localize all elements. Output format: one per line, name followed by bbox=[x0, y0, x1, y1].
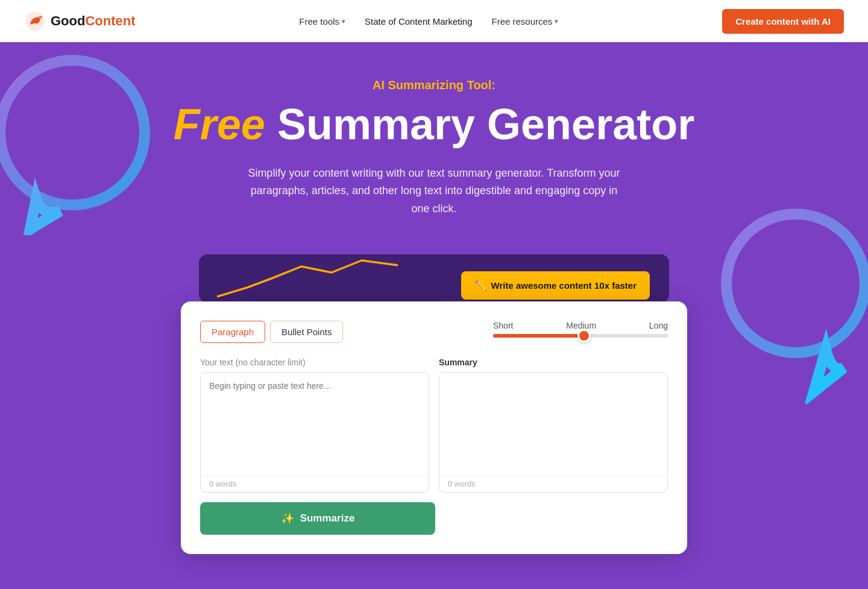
your-text-label: Your text (no character limit) bbox=[200, 357, 429, 367]
summary-word-count: 0 words bbox=[439, 475, 667, 492]
length-slider-area: Short Medium Long bbox=[493, 321, 668, 338]
summary-box: 0 words bbox=[439, 372, 668, 493]
hero-label: AI Summarizing Tool: bbox=[373, 78, 495, 92]
nav-free-resources[interactable]: Free resources ▾ bbox=[492, 16, 559, 27]
hero-title-free: Free bbox=[174, 100, 265, 148]
slider-medium-label: Medium bbox=[566, 321, 596, 330]
your-text-input[interactable] bbox=[201, 373, 429, 475]
your-text-column: Your text (no character limit) 0 words bbox=[200, 357, 429, 493]
tab-paragraph[interactable]: Paragraph bbox=[200, 321, 265, 343]
nav-state-of-content[interactable]: State of Content Marketing bbox=[365, 16, 472, 27]
hero-title: Free Summary Generator bbox=[174, 102, 694, 148]
promo-chart bbox=[211, 254, 404, 303]
tool-top-row: Paragraph Bullet Points Short Medium Lon… bbox=[200, 321, 668, 343]
sparkle-icon: ✨ bbox=[281, 512, 294, 525]
bubble-left-icon bbox=[0, 54, 163, 235]
svg-point-1 bbox=[0, 60, 145, 205]
slider-short-label: Short bbox=[493, 321, 513, 330]
hero-title-rest: Summary Generator bbox=[265, 100, 694, 148]
nav-free-tools[interactable]: Free tools ▾ bbox=[299, 16, 345, 27]
your-text-box: 0 words bbox=[200, 372, 429, 493]
slider-long-label: Long bbox=[649, 321, 668, 330]
your-text-word-count: 0 words bbox=[201, 475, 429, 492]
tab-bullet-points[interactable]: Bullet Points bbox=[270, 321, 343, 343]
format-tabs: Paragraph Bullet Points bbox=[200, 321, 343, 343]
logo-icon bbox=[24, 10, 46, 32]
hero-section: AI Summarizing Tool: Free Summary Genera… bbox=[0, 42, 868, 589]
nav-links: Free tools ▾ State of Content Marketing … bbox=[299, 16, 558, 27]
promo-cta-button[interactable]: ✏️ Write awesome content 10x faster bbox=[461, 271, 650, 300]
summary-output[interactable] bbox=[439, 373, 667, 475]
summarize-button[interactable]: ✨ Summarize bbox=[200, 502, 435, 535]
slider-labels: Short Medium Long bbox=[493, 321, 668, 330]
tool-card: Paragraph Bullet Points Short Medium Lon… bbox=[181, 301, 687, 554]
hero-subtitle: Simplify your content writing with our t… bbox=[241, 165, 627, 218]
svg-point-2 bbox=[726, 214, 865, 353]
summary-column: Summary 0 words bbox=[439, 357, 668, 493]
chevron-down-icon: ▾ bbox=[342, 17, 345, 25]
bubble-right-icon bbox=[711, 199, 868, 404]
logo[interactable]: GoodContent bbox=[24, 10, 136, 32]
promo-banner: ✏️ Write awesome content 10x faster bbox=[199, 254, 669, 303]
slider-thumb[interactable] bbox=[577, 329, 591, 342]
create-content-button[interactable]: Create content with AI bbox=[722, 9, 844, 34]
slider-fill bbox=[493, 334, 584, 338]
edit-icon: ✏️ bbox=[474, 280, 486, 291]
text-areas-row: Your text (no character limit) 0 words S… bbox=[200, 357, 668, 493]
slider-track[interactable] bbox=[493, 334, 668, 338]
summary-label: Summary bbox=[439, 357, 668, 367]
logo-good-text: Good bbox=[51, 13, 85, 28]
navbar: GoodContent Free tools ▾ State of Conten… bbox=[0, 0, 868, 42]
logo-content-text: Content bbox=[85, 13, 135, 28]
chevron-down-icon-2: ▾ bbox=[555, 17, 558, 25]
